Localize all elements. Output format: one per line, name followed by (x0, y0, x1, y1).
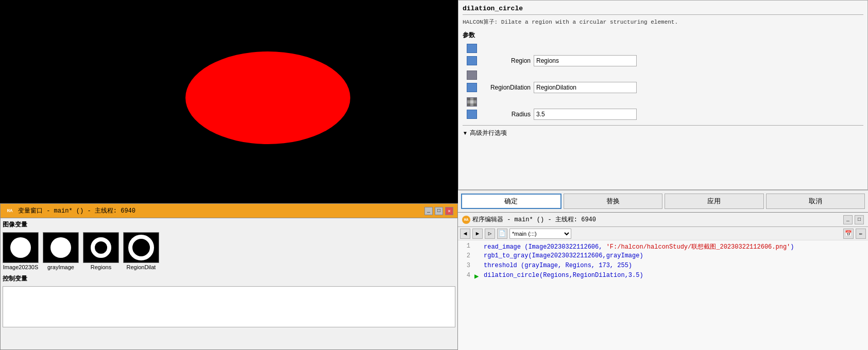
thumbnail-grayimage: grayImage (43, 232, 79, 270)
param-label-radius: Radius (479, 111, 531, 118)
control-vars-section: 控制变量 (3, 274, 455, 327)
editor-titlebar-left: HA 程序编辑器 - main* () - 主线程: 6940 (462, 215, 596, 224)
image-display-area (0, 0, 458, 203)
toolbar-calendar-button[interactable]: 📅 (843, 229, 854, 239)
param-input-region[interactable] (534, 55, 637, 66)
close-button[interactable]: ✕ (445, 207, 453, 215)
thumb-label-3: Regions (91, 264, 111, 270)
param-icon-region-top (467, 44, 477, 53)
thumbnail-regiondilat: RegionDilat (123, 232, 159, 270)
line-number-1: 1 (460, 242, 470, 250)
code-text-2: rgb1_to_gray(Image20230322112606,grayIma… (484, 252, 643, 259)
code-line-4: 4 ▶ dilation_circle(Regions,RegionDilati… (460, 272, 866, 281)
toolbar-run-button[interactable]: ▷ (485, 229, 495, 239)
param-icon-region (467, 56, 477, 65)
image-vars-row: Image20230S grayImage Regions (3, 232, 455, 270)
thumb-label-2: grayImage (47, 264, 74, 270)
thumb-regions[interactable] (83, 232, 119, 263)
editor-maximize-button[interactable]: □ (855, 215, 864, 224)
function-title: dilation_circle (463, 5, 863, 15)
image-vars-label: 图像变量 (3, 220, 455, 229)
param-row-radius: Radius (463, 109, 863, 120)
code-line-1: 1 read_image (Image20230322112606, 'F:/h… (460, 242, 866, 252)
minimize-button[interactable]: _ (424, 207, 433, 215)
thumb-circle-solid-1 (10, 237, 31, 258)
editor-halcon-logo: HA (462, 216, 470, 224)
thumb-circle-hollow-1 (91, 237, 111, 258)
variable-window: HA 变量窗口 - main* () - 主线程: 6940 _ □ ✕ 图像变… (0, 203, 458, 350)
param-label-region: Region (479, 57, 531, 64)
line-number-4: 4 (460, 272, 470, 279)
thumb-circle-solid-2 (50, 237, 71, 258)
editor-content: 1 read_image (Image20230322112606, 'F:/h… (458, 240, 868, 350)
code-text-3: threshold (grayImage, Regions, 173, 255) (484, 262, 632, 269)
control-vars-area (3, 286, 455, 327)
thumb-label-4: RegionDilat (127, 264, 156, 270)
thumb-regiondilat[interactable] (123, 232, 159, 263)
variable-window-content: 图像变量 Image20230S grayImage (1, 218, 457, 349)
line-number-3: 3 (460, 262, 470, 269)
action-buttons: 确定 替换 应用 取消 (458, 190, 868, 212)
params-label: 参数 (463, 31, 863, 40)
advanced-section: ▼ 高级并行选项 (463, 125, 863, 137)
code-text-4: dilation_circle(Regions,RegionDilation,3… (484, 272, 643, 279)
param-input-radius[interactable] (534, 109, 637, 120)
thumb-grayimage[interactable] (43, 232, 79, 263)
function-panel: dilation_circle HALCON算子: Dilate a regio… (458, 0, 868, 190)
apply-button[interactable]: 应用 (665, 194, 764, 209)
param-icon-regiondilation (467, 83, 477, 92)
editor-panel: HA 程序编辑器 - main* () - 主线程: 6940 _ □ ◀ ▶ … (458, 212, 868, 350)
red-ellipse (185, 51, 350, 144)
cancel-button[interactable]: 取消 (766, 194, 865, 209)
line-arrow-4: ▶ (474, 272, 483, 281)
toolbar-forward-button[interactable]: ▶ (472, 229, 483, 239)
line-number-2: 2 (460, 252, 470, 259)
advanced-label-text: 高级并行选项 (470, 129, 507, 137)
titlebar-controls: _ □ ✕ (424, 207, 453, 215)
toolbar-file-button[interactable]: 📄 (497, 229, 507, 239)
maximize-button[interactable]: □ (435, 207, 443, 215)
toolbar-edit-button[interactable]: ✏ (856, 229, 866, 239)
param-label-regiondilation: RegionDilation (479, 84, 531, 91)
thumb-circle-hollow-2 (128, 235, 154, 260)
right-panel: dilation_circle HALCON算子: Dilate a regio… (458, 0, 868, 350)
left-panel: HA 变量窗口 - main* () - 主线程: 6940 _ □ ✕ 图像变… (0, 0, 458, 350)
code-text-1: read_image (Image20230322112606, 'F:/hal… (484, 242, 794, 251)
code-line-2: 2 rgb1_to_gray(Image20230322112606,grayI… (460, 252, 866, 261)
thumb-image20230s[interactable] (3, 232, 39, 263)
thumbnail-image: Image20230S (3, 232, 39, 270)
param-icon-regiondilation-top (467, 71, 477, 80)
editor-minimize-button[interactable]: _ (843, 215, 853, 224)
toolbar-back-button[interactable]: ◀ (460, 229, 470, 239)
confirm-button[interactable]: 确定 (461, 194, 561, 209)
param-row-regiondilation: RegionDilation (463, 82, 863, 93)
thumbnail-regions: Regions (83, 232, 119, 270)
editor-program-select[interactable]: *main (:::) (509, 229, 571, 239)
thumb-label-1: Image20230S (3, 264, 39, 270)
editor-toolbar: ◀ ▶ ▷ 📄 *main (:::) 📅 ✏ (458, 227, 868, 240)
editor-titlebar: HA 程序编辑器 - main* () - 主线程: 6940 _ □ (458, 213, 868, 227)
function-desc: HALCON算子: Dilate a region with a circula… (463, 18, 863, 26)
advanced-label[interactable]: ▼ 高级并行选项 (463, 129, 863, 137)
param-row-region: Region (463, 55, 863, 66)
editor-title: 程序编辑器 - main* () - 主线程: 6940 (472, 215, 596, 224)
control-vars-label: 控制变量 (3, 274, 455, 283)
param-input-regiondilation[interactable] (534, 82, 637, 93)
collapse-icon: ▼ (463, 130, 468, 136)
variable-window-title: 变量窗口 - main* () - 主线程: 6940 (18, 206, 135, 215)
variable-window-titlebar: HA 变量窗口 - main* () - 主线程: 6940 _ □ ✕ (1, 204, 457, 218)
code-line-3: 3 threshold (grayImage, Regions, 173, 25… (460, 262, 866, 271)
replace-button[interactable]: 替换 (564, 194, 663, 209)
halcon-logo: HA (5, 206, 15, 216)
param-icon-radius (467, 110, 477, 119)
